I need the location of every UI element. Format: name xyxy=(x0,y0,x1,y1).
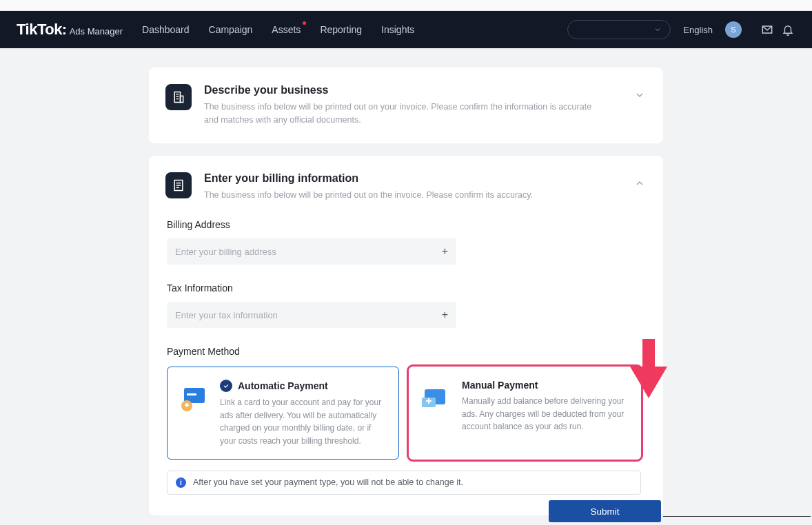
payment-info-text: After you have set your payment type, yo… xyxy=(193,477,463,487)
manual-payment-icon xyxy=(420,384,452,415)
top-nav: TikTok: Ads Manager Dashboard Campaign A… xyxy=(0,11,812,48)
tax-info-input[interactable] xyxy=(167,302,456,328)
account-selector[interactable] xyxy=(567,20,671,39)
automatic-payment-title: Automatic Payment xyxy=(238,380,328,391)
svg-rect-17 xyxy=(428,398,429,404)
chevron-down-icon xyxy=(634,90,645,101)
automatic-payment-icon xyxy=(179,384,210,415)
nav-reporting[interactable]: Reporting xyxy=(320,24,362,35)
nav-assets-label: Assets xyxy=(272,24,301,35)
payment-method-label: Payment Method xyxy=(167,346,641,357)
check-icon xyxy=(220,380,232,392)
manual-payment-desc: Manually add balance before delivering y… xyxy=(462,395,629,433)
brand-sub: Ads Manager xyxy=(70,26,123,37)
svg-rect-13 xyxy=(186,403,187,407)
payment-automatic-card[interactable]: Automatic Payment Link a card to your ac… xyxy=(167,367,399,459)
automatic-payment-desc: Link a card to your account and pay for … xyxy=(220,396,387,447)
describe-title: Describe your business xyxy=(204,84,604,96)
receipt-icon xyxy=(165,172,192,198)
collapse-toggle[interactable] xyxy=(634,90,645,103)
describe-desc: The business info below will be printed … xyxy=(204,101,604,127)
bell-icon[interactable] xyxy=(780,22,795,37)
billing-desc: The business info below will be printed … xyxy=(204,189,533,202)
nav-items: Dashboard Campaign Assets Reporting Insi… xyxy=(142,24,414,35)
chevron-up-icon xyxy=(634,178,645,189)
chevron-down-icon xyxy=(653,25,662,34)
submit-button[interactable]: Submit xyxy=(549,500,661,522)
browser-chrome xyxy=(0,0,812,11)
brand[interactable]: TikTok: Ads Manager xyxy=(17,21,123,39)
svg-rect-10 xyxy=(187,393,196,395)
page-content: Describe your business The business info… xyxy=(0,48,812,515)
building-icon xyxy=(165,84,192,110)
describe-business-card[interactable]: Describe your business The business info… xyxy=(149,68,663,143)
billing-title: Enter your billing information xyxy=(204,172,533,185)
nav-campaign[interactable]: Campaign xyxy=(209,24,253,35)
notification-dot-icon xyxy=(303,21,306,25)
annotation-line xyxy=(663,516,811,517)
billing-address-input[interactable] xyxy=(167,238,456,265)
add-tax-button[interactable]: + xyxy=(442,309,448,321)
tax-info-label: Tax Information xyxy=(167,282,641,294)
svg-rect-0 xyxy=(174,92,180,103)
add-address-button[interactable]: + xyxy=(442,245,448,258)
avatar[interactable]: S xyxy=(725,21,742,38)
nav-insights[interactable]: Insights xyxy=(381,24,414,35)
brand-logo: TikTok: xyxy=(17,21,67,39)
billing-address-label: Billing Address xyxy=(167,219,641,230)
collapse-toggle[interactable] xyxy=(634,178,645,192)
payment-manual-card[interactable]: Manual Payment Manually add balance befo… xyxy=(409,367,641,459)
inbox-icon[interactable] xyxy=(760,22,775,37)
nav-dashboard[interactable]: Dashboard xyxy=(142,24,190,35)
manual-payment-title: Manual Payment xyxy=(462,380,538,391)
info-icon: i xyxy=(176,477,186,488)
nav-assets[interactable]: Assets xyxy=(272,24,301,35)
billing-info-card: Enter your billing information The busin… xyxy=(149,156,663,515)
svg-rect-4 xyxy=(181,96,183,102)
language-selector[interactable]: English xyxy=(683,25,713,35)
payment-info-notice: i After you have set your payment type, … xyxy=(167,471,641,495)
